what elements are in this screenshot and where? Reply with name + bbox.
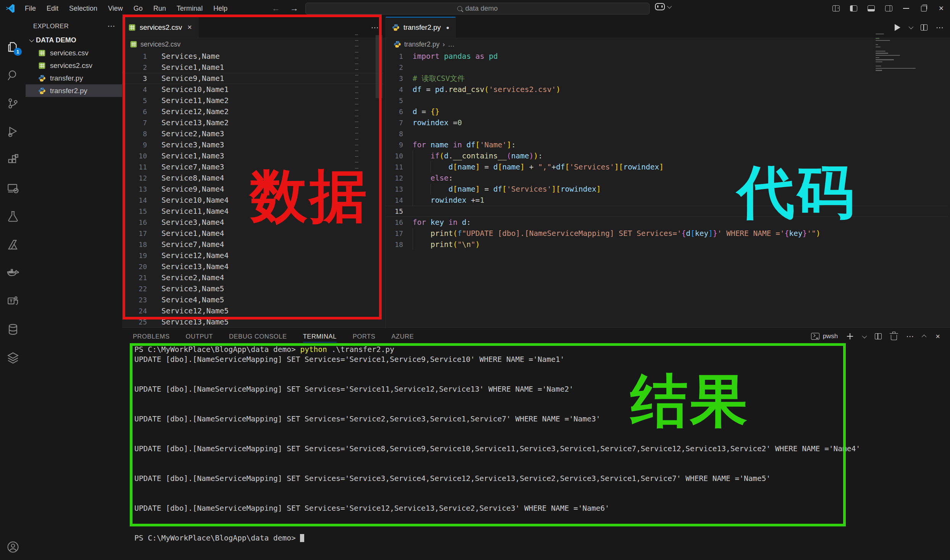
file-item-transfer-py[interactable]: transfer.py bbox=[26, 72, 122, 84]
panel-more-icon[interactable]: ⋯ bbox=[906, 332, 914, 341]
file-item-transfer2-py[interactable]: transfer2.py bbox=[26, 84, 122, 97]
terminal-line: PS C:\MyWorkPlace\BlogApp\data demo> bbox=[134, 533, 950, 543]
csv-minimap[interactable] bbox=[355, 34, 361, 184]
menu-selection[interactable]: Selection bbox=[65, 3, 102, 14]
docker-icon[interactable] bbox=[0, 261, 26, 285]
panel-tab-bar: PROBLEMSOUTPUTDEBUG CONSOLETERMINALPORTS… bbox=[133, 328, 414, 345]
terminal-line bbox=[134, 424, 950, 434]
menu-run[interactable]: Run bbox=[149, 3, 170, 14]
csv-scrollbar[interactable] bbox=[376, 35, 382, 98]
toggle-secondary-sidebar-button[interactable] bbox=[880, 0, 897, 17]
tab-label: transfer2.py bbox=[403, 23, 441, 32]
py-file-icon bbox=[38, 87, 46, 95]
remote-explorer-icon[interactable] bbox=[0, 176, 26, 200]
copilot-menu[interactable] bbox=[655, 3, 671, 10]
panel-actions: pwsh ⋯ × bbox=[811, 328, 940, 345]
tab-services2-csv[interactable]: services2.csv × bbox=[122, 17, 198, 38]
chevron-down-icon[interactable] bbox=[909, 24, 914, 29]
python-line: 7rowindex =0 bbox=[386, 117, 950, 128]
source-control-icon[interactable] bbox=[0, 92, 26, 115]
terminal-line: UPDATE [dbo].[NameServiceMapping] SET Se… bbox=[134, 504, 950, 513]
account-icon[interactable] bbox=[0, 535, 26, 559]
terminal-line: UPDATE [dbo].[NameServiceMapping] SET Se… bbox=[134, 355, 950, 365]
file-label: services2.csv bbox=[50, 61, 92, 70]
terminal-line bbox=[134, 484, 950, 494]
panel-tab-azure[interactable]: AZURE bbox=[391, 328, 414, 345]
close-panel-icon[interactable]: × bbox=[935, 332, 940, 340]
editor-more-icon[interactable]: ⋯ bbox=[936, 23, 944, 32]
python-file-icon bbox=[394, 40, 401, 48]
menu-terminal[interactable]: Terminal bbox=[173, 3, 207, 14]
csv-line: 24Service12,Name5 bbox=[122, 305, 385, 316]
kill-terminal-icon[interactable] bbox=[891, 335, 897, 340]
chevron-down-icon[interactable] bbox=[862, 333, 867, 338]
csv-line: 13Service9,Name4 bbox=[122, 184, 385, 195]
chevron-up-icon[interactable] bbox=[922, 334, 927, 339]
forward-arrow-icon[interactable]: → bbox=[290, 3, 298, 13]
terminal-line bbox=[134, 374, 950, 384]
menu-help[interactable]: Help bbox=[209, 3, 232, 14]
csv-file-icon bbox=[128, 24, 136, 31]
sidebar-more-icon[interactable]: ⋯ bbox=[108, 21, 115, 31]
file-label: transfer.py bbox=[50, 74, 83, 82]
search-view-icon[interactable] bbox=[0, 63, 26, 87]
breadcrumb-label: transfer2.py bbox=[404, 40, 439, 48]
python-line: 9for name in df['Name']: bbox=[386, 139, 950, 150]
panel-tab-debug-console[interactable]: DEBUG CONSOLE bbox=[229, 328, 287, 345]
csv-breadcrumb[interactable]: services2.csv bbox=[122, 38, 385, 51]
csv-editor-content: 1Services,Name2Service1,Name13Service9,N… bbox=[122, 51, 385, 328]
csv-line: 2Service1,Name1 bbox=[122, 62, 385, 73]
azure-icon[interactable] bbox=[0, 233, 26, 257]
history-nav: ← → bbox=[272, 0, 298, 17]
csv-line: 12Service8,Name4 bbox=[122, 173, 385, 184]
python-breadcrumb[interactable]: transfer2.py › … bbox=[386, 38, 950, 51]
python-minimap[interactable] bbox=[876, 32, 926, 78]
terminal-line bbox=[134, 513, 950, 523]
extensions-icon[interactable] bbox=[0, 148, 26, 172]
explorer-icon[interactable]: 1 bbox=[0, 35, 26, 59]
panel-tab-output[interactable]: OUTPUT bbox=[186, 328, 213, 345]
tab-label: services2.csv bbox=[140, 23, 182, 32]
menu-view[interactable]: View bbox=[104, 3, 127, 14]
tab-transfer2-py[interactable]: transfer2.py ● bbox=[386, 17, 456, 38]
python-line: 2 bbox=[386, 62, 950, 73]
editor-more-icon[interactable]: ⋯ bbox=[371, 23, 379, 32]
shell-selector[interactable]: pwsh bbox=[811, 332, 838, 340]
run-python-file-icon[interactable] bbox=[895, 24, 900, 31]
new-terminal-icon[interactable] bbox=[847, 333, 853, 339]
command-center-search[interactable]: data demo bbox=[305, 3, 650, 15]
panel-tab-ports[interactable]: PORTS bbox=[353, 328, 376, 345]
run-debug-icon[interactable] bbox=[0, 120, 26, 144]
file-item-services-csv[interactable]: services.csv bbox=[26, 47, 122, 59]
customize-layout-button[interactable] bbox=[827, 0, 845, 17]
database-icon[interactable] bbox=[0, 318, 26, 341]
panel-tab-terminal[interactable]: TERMINAL bbox=[303, 328, 337, 345]
terminal-line: UPDATE [dbo].[NameServiceMapping] SET Se… bbox=[134, 384, 950, 394]
panel-tab-problems[interactable]: PROBLEMS bbox=[133, 328, 170, 345]
teams-icon[interactable] bbox=[0, 289, 26, 313]
terminal-content[interactable]: PS C:\MyWorkPlace\BlogApp\data demo> pyt… bbox=[122, 345, 950, 560]
menu-go[interactable]: Go bbox=[129, 3, 147, 14]
minimize-button[interactable] bbox=[897, 0, 915, 17]
menu-file[interactable]: File bbox=[21, 3, 40, 14]
toggle-sidebar-button[interactable] bbox=[845, 0, 862, 17]
layers-icon[interactable] bbox=[0, 346, 26, 370]
breadcrumb-label: services2.csv bbox=[140, 40, 181, 48]
close-icon[interactable]: × bbox=[187, 23, 192, 32]
testing-beaker-icon[interactable] bbox=[0, 205, 26, 228]
terminal-line: UPDATE [dbo].[NameServiceMapping] SET Se… bbox=[134, 414, 950, 424]
back-arrow-icon[interactable]: ← bbox=[272, 3, 280, 13]
python-line: 13 d[name] = df['Services'][rowindex] bbox=[386, 184, 950, 195]
csv-tab-bar: services2.csv × ⋯ bbox=[122, 17, 385, 38]
menu-edit[interactable]: Edit bbox=[42, 3, 63, 14]
split-editor-icon[interactable] bbox=[921, 24, 927, 31]
python-line: 18 print("\n") bbox=[386, 239, 950, 250]
folder-data-demo[interactable]: DATA DEMO bbox=[26, 34, 122, 47]
toggle-panel-button[interactable] bbox=[862, 0, 880, 17]
vscode-logo bbox=[5, 3, 15, 13]
split-terminal-icon[interactable] bbox=[875, 333, 882, 339]
csv-line: 18Service7,Name4 bbox=[122, 239, 385, 250]
restore-button[interactable] bbox=[915, 0, 932, 17]
file-item-services2-csv[interactable]: services2.csv bbox=[26, 59, 122, 72]
close-button[interactable]: × bbox=[932, 0, 950, 17]
